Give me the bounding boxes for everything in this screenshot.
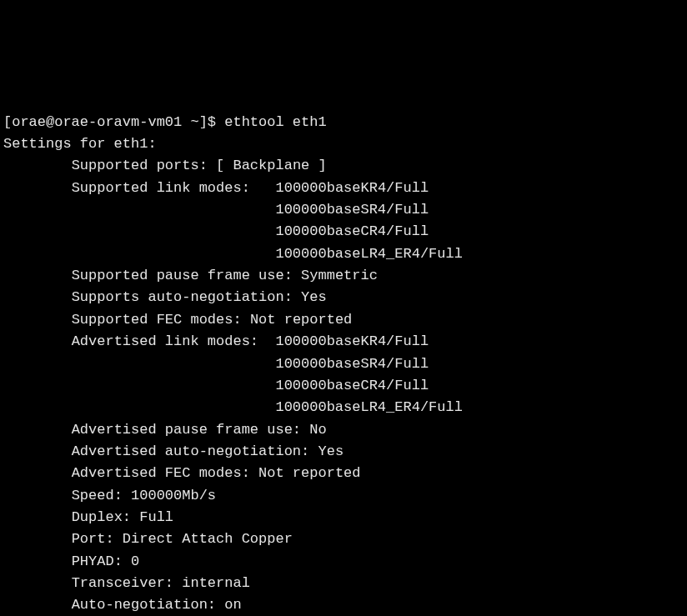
supported-link-mode-3: 100000baseLR4_ER4/Full bbox=[275, 246, 462, 262]
port-label: Port: bbox=[72, 531, 123, 547]
advertised-fec-value: Not reported bbox=[258, 465, 360, 481]
supports-autoneg-label: Supports auto-negotiation: bbox=[72, 289, 301, 305]
speed-label: Speed: bbox=[72, 488, 131, 503]
advertised-link-mode-2: 100000baseCR4/Full bbox=[275, 378, 429, 393]
supported-link-mode-2: 100000baseCR4/Full bbox=[275, 223, 429, 239]
terminal-output: [orae@orae-oravm-vm01 ~]$ ethtool eth1 S… bbox=[0, 110, 687, 616]
settings-header: Settings for eth1: bbox=[3, 136, 157, 152]
port-value: Direct Attach Copper bbox=[123, 531, 293, 547]
supported-ports-label: Supported ports: bbox=[72, 158, 216, 173]
shell-command: ethtool eth1 bbox=[224, 114, 326, 130]
transceiver-value: internal bbox=[182, 575, 250, 591]
shell-prompt: [orae@orae-oravm-vm01 ~]$ bbox=[3, 114, 224, 130]
supports-autoneg-value: Yes bbox=[301, 289, 327, 305]
speed-value: 100000Mb/s bbox=[131, 488, 216, 503]
advertised-autoneg-value: Yes bbox=[318, 443, 344, 459]
autoneg-label: Auto-negotiation: bbox=[72, 597, 225, 613]
supported-fec-label: Supported FEC modes: bbox=[72, 312, 250, 328]
transceiver-label: Transceiver: bbox=[72, 575, 183, 591]
duplex-label: Duplex: bbox=[72, 509, 140, 525]
advertised-pause-label: Advertised pause frame use: bbox=[72, 422, 310, 438]
supported-fec-value: Not reported bbox=[250, 312, 352, 328]
supported-link-mode-0: 100000baseKR4/Full bbox=[275, 180, 429, 196]
advertised-link-mode-3: 100000baseLR4_ER4/Full bbox=[275, 399, 462, 415]
phyad-label: PHYAD: bbox=[72, 553, 131, 569]
advertised-link-mode-0: 100000baseKR4/Full bbox=[275, 333, 429, 349]
phyad-value: 0 bbox=[131, 553, 139, 569]
advertised-autoneg-label: Advertised auto-negotiation: bbox=[72, 443, 318, 459]
autoneg-value: on bbox=[224, 597, 241, 613]
supported-pause-value: Symmetric bbox=[301, 268, 378, 283]
supported-link-modes-label: Supported link modes: bbox=[72, 180, 250, 196]
advertised-pause-value: No bbox=[309, 422, 326, 438]
advertised-fec-label: Advertised FEC modes: bbox=[72, 465, 258, 481]
supported-pause-label: Supported pause frame use: bbox=[72, 268, 301, 283]
supported-link-mode-1: 100000baseSR4/Full bbox=[275, 202, 429, 218]
supported-ports-value: [ Backplane ] bbox=[216, 158, 327, 173]
advertised-link-mode-1: 100000baseSR4/Full bbox=[275, 356, 429, 372]
duplex-value: Full bbox=[139, 509, 173, 525]
advertised-link-modes-label: Advertised link modes: bbox=[72, 333, 258, 349]
